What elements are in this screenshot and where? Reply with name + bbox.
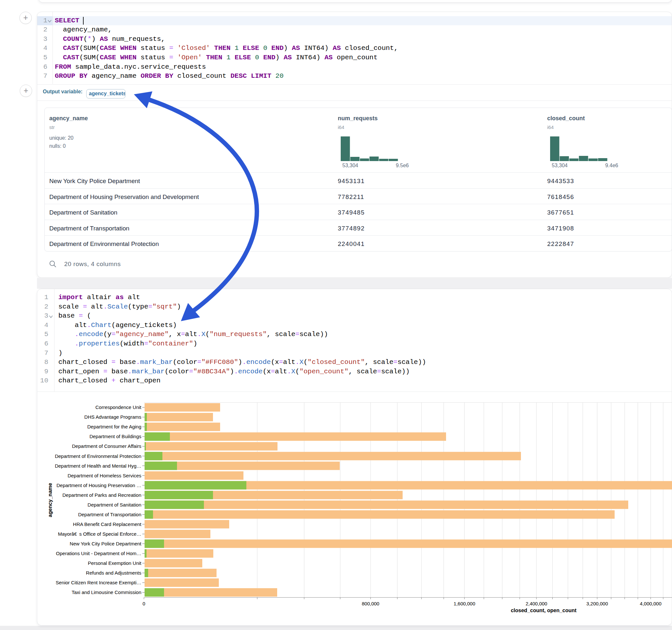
svg-text:DHS Advantage Programs: DHS Advantage Programs: [84, 414, 141, 420]
svg-text:Department of Health and Menta: Department of Health and Mental Hyg…: [55, 463, 141, 468]
svg-text:Department of Parks and Recrea: Department of Parks and Recreation: [63, 492, 141, 498]
svg-text:Mayorâ€ s Office of Special En: Mayorâ€ s Office of Special Enforce…: [58, 531, 141, 537]
svg-text:Department of Homeless Service: Department of Homeless Services: [67, 473, 141, 478]
svg-text:Department of Housing Preserva: Department of Housing Preservation …: [56, 483, 141, 488]
svg-text:0: 0: [143, 601, 145, 606]
svg-text:3,200,000: 3,200,000: [586, 601, 608, 606]
svg-text:closed_count, open_count: closed_count, open_count: [511, 608, 577, 613]
svg-text:New York City Police Departmen: New York City Police Department: [70, 541, 142, 547]
svg-text:agency_name: agency_name: [47, 483, 53, 517]
svg-text:Taxi and Limousine Commission: Taxi and Limousine Commission: [72, 589, 141, 595]
svg-text:Operations Unit - Department o: Operations Unit - Department of Hom…: [56, 551, 141, 556]
svg-text:1,600,000: 1,600,000: [454, 601, 475, 606]
svg-text:Correspondence Unit: Correspondence Unit: [95, 405, 142, 410]
svg-text:2,400,000: 2,400,000: [526, 601, 547, 606]
svg-text:Department of Transportation: Department of Transportation: [78, 512, 141, 517]
svg-text:Personal Exemption Unit: Personal Exemption Unit: [88, 560, 142, 566]
svg-text:Senior Citizen Rent Increase E: Senior Citizen Rent Increase Exempti…: [56, 580, 141, 585]
svg-text:800,000: 800,000: [362, 601, 379, 606]
svg-text:Department of Consumer Affairs: Department of Consumer Affairs: [72, 443, 141, 449]
svg-text:Department of Buildings: Department of Buildings: [90, 434, 141, 439]
svg-text:4,000,000: 4,000,000: [640, 601, 662, 606]
svg-text:Department of Sanitation: Department of Sanitation: [88, 502, 141, 508]
svg-text:Refunds and Adjustments: Refunds and Adjustments: [86, 570, 141, 576]
svg-text:Department for the Aging: Department for the Aging: [87, 424, 141, 429]
svg-text:Department of Environmental Pr: Department of Environmental Protection: [55, 453, 141, 459]
svg-text:HRA Benefit Card Replacement: HRA Benefit Card Replacement: [73, 522, 142, 527]
